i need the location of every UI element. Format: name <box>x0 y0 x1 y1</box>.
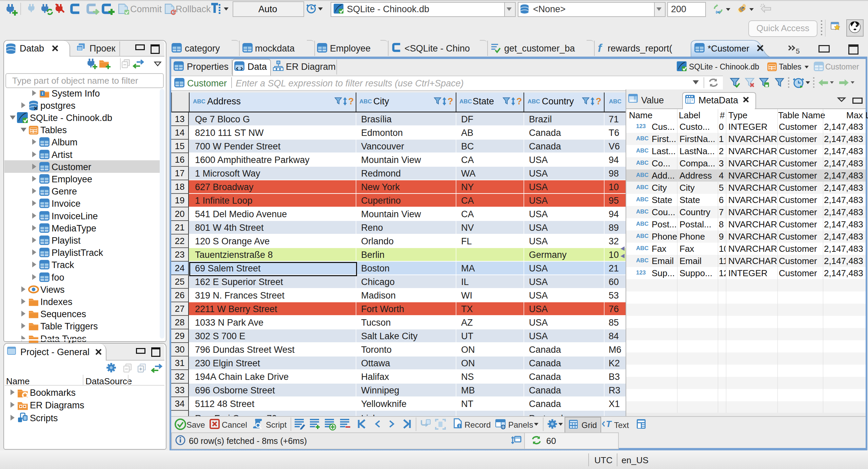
svg-text:T: T <box>606 419 612 429</box>
svg-text:i: i <box>459 424 460 428</box>
svg-text:i: i <box>42 91 43 96</box>
